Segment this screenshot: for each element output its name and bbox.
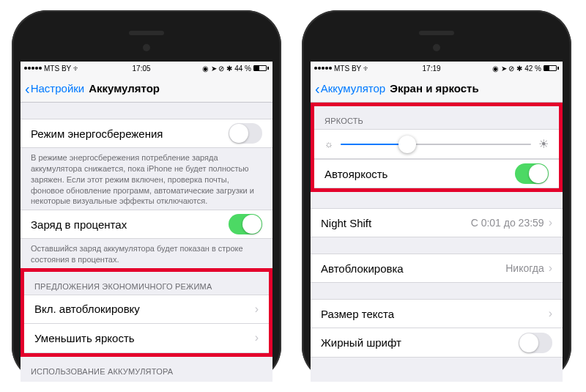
chevron-left-icon: ‹ (315, 81, 320, 96)
carrier-label: MTS BY (44, 64, 71, 73)
back-label: Аккумулятор (321, 82, 386, 95)
battery-percentage-note: Оставшийся заряд аккумулятора будет пока… (21, 239, 272, 268)
auto-lock-cell[interactable]: Автоблокировка Никогда › (311, 254, 563, 283)
navbar: ‹ Аккумулятор Экран и яркость (311, 75, 563, 103)
wifi-icon: ᯤ (73, 64, 81, 73)
cell-value: С 0:01 до 23:59 (471, 217, 544, 229)
cell-label: Режим энергосбережения (31, 127, 163, 140)
low-power-note: В режиме энергосбережения потребление за… (21, 148, 272, 210)
cell-label: Автояркость (324, 168, 387, 180)
battery-percentage-toggle[interactable] (229, 214, 262, 234)
carrier-label: MTS BY (334, 64, 361, 73)
auto-brightness-cell[interactable]: Автояркость (314, 159, 559, 188)
status-icons: ◉ ➤ ⊘ ✱ (492, 64, 522, 73)
sun-low-icon: ☼ (324, 138, 333, 149)
screen-left: MTS BY ᯤ 17:05 ◉ ➤ ⊘ ✱ 44 % ‹ Настройки … (21, 62, 272, 382)
sun-high-icon: ☀ (538, 137, 549, 151)
statusbar: MTS BY ᯤ 17:19 ◉ ➤ ⊘ ✱ 42 % (311, 62, 563, 75)
status-icons: ◉ ➤ ⊘ ✱ (202, 64, 232, 73)
chevron-left-icon: ‹ (25, 81, 30, 96)
highlight-suggestions: ПРЕДЛОЖЕНИЯ ЭКОНОМИЧНОГО РЕЖИМА Вкл. авт… (21, 268, 272, 357)
page-title: Аккумулятор (89, 82, 160, 95)
cell-label: Жирный шрифт (321, 336, 401, 349)
suggestion-autolock[interactable]: Вкл. автоблокировку › (24, 295, 269, 324)
chevron-right-icon: › (255, 303, 259, 316)
bold-text-toggle[interactable] (519, 333, 552, 353)
brightness-slider[interactable] (341, 144, 531, 145)
slider-thumb[interactable] (398, 136, 416, 153)
bold-text-cell[interactable]: Жирный шрифт (311, 328, 563, 358)
highlight-brightness: ЯРКОСТЬ ☼ ☀ Автояркость (311, 103, 563, 192)
brightness-header: ЯРКОСТЬ (314, 106, 559, 129)
battery-icon (544, 65, 559, 71)
battery-percent: 44 % (234, 64, 251, 73)
auto-brightness-toggle[interactable] (515, 163, 549, 184)
phone-right: MTS BY ᯤ 17:19 ◉ ➤ ⊘ ✱ 42 % ‹ Аккумулято… (302, 10, 571, 382)
chevron-right-icon: › (549, 216, 552, 229)
back-button[interactable]: ‹ Аккумулятор (315, 81, 385, 96)
clock: 17:19 (423, 64, 441, 73)
chevron-right-icon: › (549, 262, 552, 275)
back-button[interactable]: ‹ Настройки (25, 81, 84, 96)
screen-right: MTS BY ᯤ 17:19 ◉ ➤ ⊘ ✱ 42 % ‹ Аккумулято… (311, 62, 563, 382)
navbar: ‹ Настройки Аккумулятор (21, 75, 272, 103)
statusbar: MTS BY ᯤ 17:05 ◉ ➤ ⊘ ✱ 44 % (21, 62, 272, 75)
brightness-slider-row[interactable]: ☼ ☀ (314, 129, 559, 159)
phone-left: MTS BY ᯤ 17:05 ◉ ➤ ⊘ ✱ 44 % ‹ Настройки … (12, 10, 281, 382)
usage-header: ИСПОЛЬЗОВАНИЕ АККУМУЛЯТОРА (21, 357, 272, 380)
night-shift-cell[interactable]: Night Shift С 0:01 до 23:59 › (311, 208, 563, 237)
battery-percentage-cell[interactable]: Заряд в процентах (21, 210, 272, 239)
wifi-icon: ᯤ (363, 64, 371, 73)
cell-label: Заряд в процентах (31, 218, 127, 231)
page-title: Экран и яркость (390, 82, 478, 95)
cell-label: Night Shift (321, 217, 371, 229)
clock: 17:05 (133, 64, 151, 73)
cell-label: Автоблокировка (321, 262, 404, 275)
suggestions-header: ПРЕДЛОЖЕНИЯ ЭКОНОМИЧНОГО РЕЖИМА (24, 272, 269, 295)
cell-label: Размер текста (321, 308, 394, 320)
low-power-toggle[interactable] (229, 123, 262, 144)
back-label: Настройки (31, 82, 85, 95)
cell-value: Никогда (505, 262, 544, 274)
chevron-right-icon: › (549, 307, 552, 320)
chevron-right-icon: › (255, 331, 259, 344)
low-power-mode-cell[interactable]: Режим энергосбережения (21, 119, 272, 148)
cell-label: Уменьшить яркость (34, 332, 135, 344)
battery-percent: 42 % (524, 64, 541, 73)
suggestion-reduce-brightness[interactable]: Уменьшить яркость › (24, 324, 269, 353)
battery-icon (253, 65, 269, 71)
cell-label: Вкл. автоблокировку (34, 303, 140, 315)
text-size-cell[interactable]: Размер текста › (311, 299, 563, 328)
